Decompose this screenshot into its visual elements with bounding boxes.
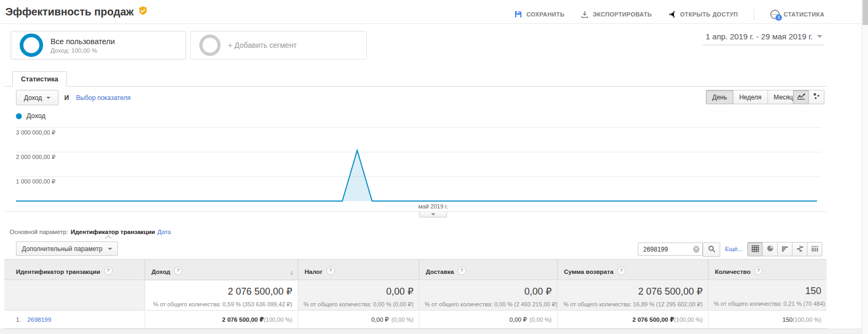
metric-dropdown[interactable]: Доход	[16, 90, 58, 105]
row-dimension-cell: 1. 2698199	[4, 311, 145, 328]
report-actions: СОХРАНИТЬ ЭКСПОРТИРОВАТЬ ОТКРЫТЬ ДОСТУП	[514, 9, 824, 20]
motion-chart-view-button[interactable]	[808, 90, 824, 104]
tab-strip-rule	[4, 86, 827, 87]
granularity-day-button[interactable]: День	[706, 90, 734, 104]
legend-dot-icon	[16, 113, 22, 119]
date-range-picker[interactable]: 1 апр. 2019 г. - 29 мая 2019 г.	[703, 32, 823, 45]
segment-all-users[interactable]: Все пользователи Доход: 100,00 %	[11, 31, 186, 60]
column-header-revenue[interactable]: Доход ? ↓	[145, 260, 298, 280]
help-icon[interactable]: ?	[458, 266, 466, 275]
summary-tax-cell: 0,00 ₽ % от общего количества: 0,00 % (0…	[298, 281, 419, 310]
chevron-down-icon	[46, 97, 50, 99]
insights-label: СТАТИСТИКА	[783, 11, 824, 18]
choose-metric-link[interactable]: Выбор показателя	[76, 94, 130, 102]
search-icon	[708, 245, 715, 255]
insights-icon: 1	[770, 10, 780, 19]
table-search-input[interactable]	[642, 245, 693, 254]
line-chart-view-button[interactable]	[793, 90, 809, 104]
granularity-switcher: День Неделя Месяц	[706, 90, 799, 104]
help-icon[interactable]: ?	[617, 266, 626, 275]
scrollbar-thumb[interactable]	[863, 0, 868, 25]
active-dimension-caret	[105, 235, 111, 241]
revenue-area-fill	[16, 151, 817, 202]
summary-revenue-cell: 2 076 500,00 ₽ % от общего количества: 0…	[145, 281, 298, 310]
granularity-week-button[interactable]: Неделя	[733, 90, 768, 104]
help-icon[interactable]: ?	[754, 266, 763, 275]
segment-title: Все пользователи	[50, 37, 115, 46]
comparison-icon	[796, 245, 804, 254]
report-page: Эффективность продаж СОХРАНИТЬ	[0, 0, 868, 334]
add-segment-ring-icon	[199, 35, 221, 56]
share-button[interactable]: ОТКРЫТЬ ДОСТУП	[668, 10, 738, 19]
revenue-area-chart[interactable]	[4, 120, 827, 210]
help-icon[interactable]: ?	[104, 266, 113, 275]
save-button[interactable]: СОХРАНИТЬ	[514, 10, 564, 19]
summary-shipping-cell: 0,00 ₽ % от общего количества: 0,00 % (2…	[419, 281, 557, 310]
verified-shield-icon	[138, 6, 148, 18]
save-icon	[514, 10, 523, 19]
column-header-quantity[interactable]: Количество ?	[708, 260, 827, 280]
secondary-dimension-dropdown[interactable]: Дополнительный параметр	[16, 241, 118, 256]
row-shipping-cell: 0,00 ₽ (0,00 %)	[419, 311, 557, 328]
summary-dimension-cell	[4, 281, 145, 310]
view-pivot-button[interactable]	[807, 242, 822, 256]
and-label: И	[64, 94, 69, 102]
view-performance-button[interactable]	[777, 242, 793, 256]
row-index: 1.	[16, 316, 21, 323]
save-label: СОХРАНИТЬ	[526, 11, 564, 18]
row-refund-cell: 2 076 500,00 ₽ (100,00 %)	[557, 311, 708, 328]
legend-label: Доход	[27, 112, 46, 120]
view-comparison-button[interactable]	[792, 242, 807, 256]
row-quantity-cell: 150 (100,00 %)	[708, 311, 827, 328]
help-icon[interactable]: ?	[326, 266, 335, 275]
table-footer-strip	[0, 329, 862, 334]
pivot-table-icon	[811, 245, 819, 254]
x-axis-tick-may: май 2019 г.	[407, 203, 460, 210]
bar-chart-icon	[781, 245, 789, 254]
dimension-date-link[interactable]: Дата	[157, 229, 171, 235]
view-table-button[interactable]	[747, 242, 763, 256]
vertical-scrollbar[interactable]	[862, 0, 868, 334]
export-icon	[580, 10, 589, 19]
revenue-line	[16, 151, 817, 202]
view-percentage-button[interactable]	[762, 242, 778, 256]
chevron-down-icon	[817, 35, 822, 38]
help-icon[interactable]: ?	[174, 266, 182, 275]
column-header-refund[interactable]: Сумма возврата ?	[557, 260, 708, 280]
chart-expander-button[interactable]	[419, 212, 447, 218]
insights-count-badge: 1	[776, 14, 782, 21]
data-table-icon	[752, 245, 759, 254]
insights-button[interactable]: 1 СТАТИСТИКА	[770, 10, 824, 19]
segment-donut-icon	[20, 34, 43, 57]
dimension-transaction-id[interactable]: Идентификатор транзакции	[71, 229, 155, 235]
column-header-transaction-id[interactable]: Идентификатор транзакции ?	[4, 260, 145, 280]
table-view-switcher	[747, 242, 822, 256]
page-title-row: Эффективность продаж	[5, 6, 148, 18]
motion-chart-icon	[813, 93, 820, 102]
search-button[interactable]	[703, 243, 720, 257]
column-header-shipping[interactable]: Доставка ?	[419, 260, 557, 280]
tab-statistics[interactable]: Статистика	[12, 71, 67, 87]
chart-legend: Доход	[16, 112, 46, 120]
line-chart-icon	[797, 93, 805, 102]
row-revenue-cell: 2 076 500,00 ₽ (100,00 %)	[145, 311, 298, 328]
export-label: ЭКСПОРТИРОВАТЬ	[593, 11, 652, 18]
segment-metric: Доход: 100,00 %	[50, 47, 115, 54]
toolbar-divider	[754, 9, 754, 20]
column-header-tax[interactable]: Налог ?	[298, 260, 419, 280]
chevron-down-icon	[108, 248, 112, 250]
transaction-id-link[interactable]: 2698199	[28, 316, 52, 323]
export-button[interactable]: ЭКСПОРТИРОВАТЬ	[580, 10, 652, 19]
report-title: Эффективность продаж	[5, 6, 134, 18]
add-segment-button[interactable]: + Добавить сегмент	[190, 31, 367, 60]
clear-search-icon[interactable]: ✕	[693, 246, 700, 253]
chevron-down-icon	[431, 213, 435, 215]
row-tax-cell: 0,00 ₽ (0,00 %)	[298, 311, 419, 328]
tab-statistics-label: Статистика	[21, 76, 58, 83]
table-search-box: ✕	[638, 243, 703, 256]
advanced-search-link[interactable]: Ещё...	[725, 246, 743, 252]
summary-refund-cell: 2 076 500,00 ₽ % от общего количества: 1…	[557, 281, 708, 310]
chart-type-switcher	[793, 90, 824, 104]
summary-quantity-cell: 150 % от общего количества: 0,21 % (70 4…	[708, 281, 827, 310]
metric-dropdown-value: Доход	[24, 94, 42, 102]
